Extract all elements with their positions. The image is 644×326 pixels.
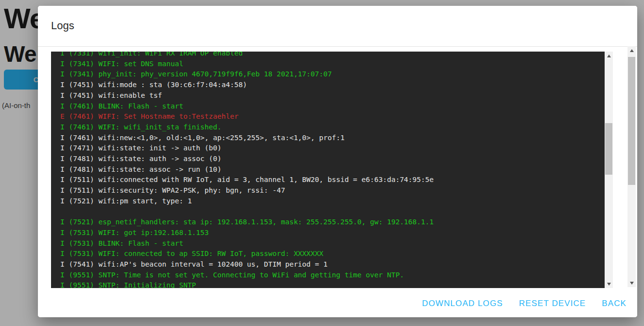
triangle-up-glyph xyxy=(607,54,611,57)
triangle-down-glyph xyxy=(630,282,634,285)
log-line: I (7521) wifi:pm start, type: 1 xyxy=(60,196,605,207)
scroll-down-icon[interactable] xyxy=(627,279,636,287)
log-line: I (7471) wifi:state: init -> auth (b0) xyxy=(60,143,605,154)
back-button[interactable]: BACK xyxy=(602,299,627,308)
log-line: E (7461) WIFI: Set Hostname to:Testzaehl… xyxy=(60,111,605,122)
log-line: I (7341) phy_init: phy_version 4670,719f… xyxy=(60,69,605,80)
log-scrollbar[interactable] xyxy=(605,52,613,288)
log-line xyxy=(60,207,605,217)
log-line: I (7451) wifi:mode : sta (30:c6:f7:04:a4… xyxy=(60,80,605,91)
log-line: I (7511) wifi:security: WPA2-PSK, phy: b… xyxy=(60,185,605,196)
log-line: I (9551) SNTP: Initializing SNTP xyxy=(60,280,605,288)
log-line: I (7331) wifi_init: WiFi RX IRAM OP enab… xyxy=(60,52,605,59)
modal-body: I (7331) wifi_init: WiFi RX IRAM OP enab… xyxy=(38,47,637,290)
log-panel: I (7331) wifi_init: WiFi RX IRAM OP enab… xyxy=(51,52,613,288)
log-line: I (7541) wifi:AP's beacon interval = 102… xyxy=(60,259,605,270)
scroll-up-icon[interactable] xyxy=(605,52,613,60)
log-line: I (7531) BLINK: Flash - start xyxy=(60,238,605,249)
log-line: I (7461) BLINK: Flash - start xyxy=(60,101,605,112)
triangle-down-glyph xyxy=(607,283,611,286)
scroll-up-icon[interactable] xyxy=(627,46,636,54)
modal-footer: DOWNLOAD LOGS RESET DEVICE BACK xyxy=(38,290,637,317)
modal-scrollbar[interactable] xyxy=(627,46,636,287)
log-line: I (7531) WIFI: connected to ap SSID: RW … xyxy=(60,249,605,259)
scroll-down-icon[interactable] xyxy=(605,280,613,288)
log-line: I (9551) SNTP: Time is not set yet. Conn… xyxy=(60,270,605,281)
log-line: I (7461) WIFI: wifi_init_sta finished. xyxy=(60,122,605,133)
log-line: I (7521) esp_netif_handlers: sta ip: 192… xyxy=(60,217,605,228)
log-line: I (7341) WIFI: set DNS manual xyxy=(60,59,605,70)
log-line: I (7461) wifi:new:<1,0>, old:<1,0>, ap:<… xyxy=(60,133,605,144)
modal-title: Logs xyxy=(51,19,74,32)
reset-device-button[interactable]: RESET DEVICE xyxy=(519,299,586,308)
triangle-up-glyph xyxy=(630,49,634,52)
log-line: I (7531) WIFI: got ip:192.168.1.153 xyxy=(60,228,605,238)
log-line: I (7481) wifi:state: auth -> assoc (0) xyxy=(60,154,605,164)
log-line: I (7451) wifi:enable tsf xyxy=(60,91,605,101)
modal-header: Logs xyxy=(38,6,637,47)
log-output: I (7331) wifi_init: WiFi RX IRAM OP enab… xyxy=(51,52,605,288)
modal-scrollbar-thumb[interactable] xyxy=(628,57,635,185)
log-line: I (7511) wifi:connected with RW IoT, aid… xyxy=(60,175,605,185)
logs-modal: Logs I (7331) wifi_init: WiFi RX IRAM OP… xyxy=(38,6,637,317)
download-logs-button[interactable]: DOWNLOAD LOGS xyxy=(422,299,503,308)
log-line: I (7481) wifi:state: assoc -> run (10) xyxy=(60,164,605,175)
log-scrollbar-thumb[interactable] xyxy=(605,123,612,175)
